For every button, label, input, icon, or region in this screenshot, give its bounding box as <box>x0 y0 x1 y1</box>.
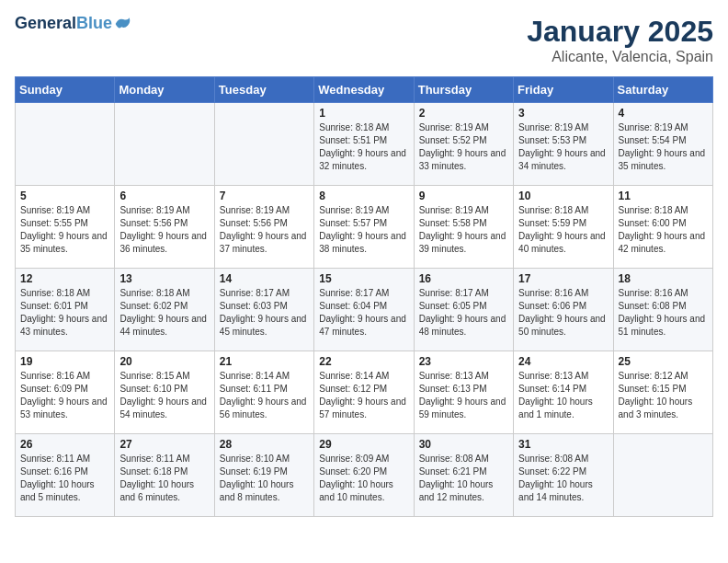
day-number: 23 <box>419 355 508 368</box>
calendar-cell: 18Sunrise: 8:16 AM Sunset: 6:08 PM Dayli… <box>613 269 712 351</box>
calendar-cell: 13Sunrise: 8:18 AM Sunset: 6:02 PM Dayli… <box>115 269 214 351</box>
day-number: 31 <box>518 438 608 451</box>
day-info: Sunrise: 8:19 AM Sunset: 5:57 PM Dayligh… <box>319 204 408 256</box>
day-number: 3 <box>518 107 608 120</box>
weekday-header-cell: Tuesday <box>214 77 313 103</box>
calendar-cell: 31Sunrise: 8:08 AM Sunset: 6:22 PM Dayli… <box>514 434 613 517</box>
weekday-header-cell: Sunday <box>16 77 115 103</box>
day-number: 26 <box>20 438 109 451</box>
day-info: Sunrise: 8:16 AM Sunset: 6:08 PM Dayligh… <box>619 287 708 339</box>
day-number: 1 <box>319 107 408 120</box>
day-info: Sunrise: 8:11 AM Sunset: 6:16 PM Dayligh… <box>20 453 109 504</box>
calendar-cell: 29Sunrise: 8:09 AM Sunset: 6:20 PM Dayli… <box>314 434 414 517</box>
calendar-cell: 3Sunrise: 8:19 AM Sunset: 5:53 PM Daylig… <box>514 103 613 186</box>
calendar-week-row: 26Sunrise: 8:11 AM Sunset: 6:16 PM Dayli… <box>16 434 713 517</box>
day-number: 16 <box>419 272 508 285</box>
calendar-cell: 12Sunrise: 8:18 AM Sunset: 6:01 PM Dayli… <box>16 269 115 351</box>
calendar-cell: 24Sunrise: 8:13 AM Sunset: 6:14 PM Dayli… <box>514 351 613 434</box>
day-number: 22 <box>319 355 408 368</box>
day-info: Sunrise: 8:19 AM Sunset: 5:58 PM Dayligh… <box>419 204 508 256</box>
weekday-header-cell: Monday <box>115 77 214 103</box>
title-block: January 2025 Alicante, Valencia, Spain <box>527 15 713 65</box>
calendar-cell: 28Sunrise: 8:10 AM Sunset: 6:19 PM Dayli… <box>214 434 313 517</box>
day-info: Sunrise: 8:16 AM Sunset: 6:06 PM Dayligh… <box>518 287 608 339</box>
calendar-cell: 1Sunrise: 8:18 AM Sunset: 5:51 PM Daylig… <box>314 103 414 186</box>
day-info: Sunrise: 8:19 AM Sunset: 5:55 PM Dayligh… <box>20 204 109 256</box>
calendar-cell: 23Sunrise: 8:13 AM Sunset: 6:13 PM Dayli… <box>414 351 513 434</box>
calendar-cell: 11Sunrise: 8:18 AM Sunset: 6:00 PM Dayli… <box>613 186 712 269</box>
calendar-cell: 4Sunrise: 8:19 AM Sunset: 5:54 PM Daylig… <box>613 103 712 186</box>
day-number: 14 <box>220 272 309 285</box>
day-number: 11 <box>619 190 708 202</box>
day-number: 25 <box>619 355 708 368</box>
day-number: 9 <box>419 190 508 202</box>
day-number: 12 <box>20 272 109 285</box>
day-number: 5 <box>20 190 109 202</box>
calendar-cell: 7Sunrise: 8:19 AM Sunset: 5:56 PM Daylig… <box>214 186 313 269</box>
month-title: January 2025 <box>527 15 713 49</box>
day-info: Sunrise: 8:19 AM Sunset: 5:56 PM Dayligh… <box>119 204 209 256</box>
calendar-cell: 2Sunrise: 8:19 AM Sunset: 5:52 PM Daylig… <box>414 103 513 186</box>
day-info: Sunrise: 8:19 AM Sunset: 5:53 PM Dayligh… <box>518 121 608 173</box>
calendar-cell: 27Sunrise: 8:11 AM Sunset: 6:18 PM Dayli… <box>115 434 214 517</box>
day-info: Sunrise: 8:17 AM Sunset: 6:04 PM Dayligh… <box>319 287 408 339</box>
calendar-cell: 26Sunrise: 8:11 AM Sunset: 6:16 PM Dayli… <box>16 434 115 517</box>
calendar-week-row: 19Sunrise: 8:16 AM Sunset: 6:09 PM Dayli… <box>16 351 713 434</box>
day-info: Sunrise: 8:08 AM Sunset: 6:22 PM Dayligh… <box>518 453 608 504</box>
day-number: 29 <box>319 438 408 451</box>
calendar-table: SundayMondayTuesdayWednesdayThursdayFrid… <box>15 76 713 517</box>
day-number: 7 <box>220 190 309 202</box>
day-info: Sunrise: 8:13 AM Sunset: 6:14 PM Dayligh… <box>518 370 608 421</box>
day-number: 4 <box>619 107 708 120</box>
calendar-cell: 5Sunrise: 8:19 AM Sunset: 5:55 PM Daylig… <box>16 186 115 269</box>
calendar-week-row: 12Sunrise: 8:18 AM Sunset: 6:01 PM Dayli… <box>16 269 713 351</box>
calendar-cell: 17Sunrise: 8:16 AM Sunset: 6:06 PM Dayli… <box>514 269 613 351</box>
weekday-header-cell: Friday <box>514 77 613 103</box>
day-info: Sunrise: 8:08 AM Sunset: 6:21 PM Dayligh… <box>419 453 508 504</box>
weekday-header-cell: Thursday <box>414 77 513 103</box>
day-number: 13 <box>119 272 209 285</box>
calendar-cell: 15Sunrise: 8:17 AM Sunset: 6:04 PM Dayli… <box>314 269 414 351</box>
day-info: Sunrise: 8:09 AM Sunset: 6:20 PM Dayligh… <box>319 453 408 504</box>
day-number: 8 <box>319 190 408 202</box>
calendar-cell: 21Sunrise: 8:14 AM Sunset: 6:11 PM Dayli… <box>214 351 313 434</box>
calendar-body: 1Sunrise: 8:18 AM Sunset: 5:51 PM Daylig… <box>16 103 713 517</box>
page-header: GeneralBlue January 2025 Alicante, Valen… <box>15 15 713 65</box>
day-number: 18 <box>619 272 708 285</box>
day-number: 2 <box>419 107 508 120</box>
weekday-header-cell: Saturday <box>613 77 712 103</box>
day-info: Sunrise: 8:19 AM Sunset: 5:54 PM Dayligh… <box>619 121 708 173</box>
day-info: Sunrise: 8:18 AM Sunset: 6:02 PM Dayligh… <box>119 287 209 339</box>
calendar-cell: 8Sunrise: 8:19 AM Sunset: 5:57 PM Daylig… <box>314 186 414 269</box>
calendar-cell: 25Sunrise: 8:12 AM Sunset: 6:15 PM Dayli… <box>613 351 712 434</box>
weekday-header-cell: Wednesday <box>314 77 414 103</box>
calendar-cell: 10Sunrise: 8:18 AM Sunset: 5:59 PM Dayli… <box>514 186 613 269</box>
day-info: Sunrise: 8:14 AM Sunset: 6:12 PM Dayligh… <box>319 370 408 421</box>
day-info: Sunrise: 8:17 AM Sunset: 6:05 PM Dayligh… <box>419 287 508 339</box>
calendar-cell: 30Sunrise: 8:08 AM Sunset: 6:21 PM Dayli… <box>414 434 513 517</box>
calendar-cell <box>214 103 313 186</box>
day-number: 28 <box>220 438 309 451</box>
day-number: 20 <box>119 355 209 368</box>
calendar-cell: 20Sunrise: 8:15 AM Sunset: 6:10 PM Dayli… <box>115 351 214 434</box>
calendar-cell: 22Sunrise: 8:14 AM Sunset: 6:12 PM Dayli… <box>314 351 414 434</box>
day-info: Sunrise: 8:18 AM Sunset: 6:01 PM Dayligh… <box>20 287 109 339</box>
location: Alicante, Valencia, Spain <box>527 49 713 65</box>
calendar-cell: 19Sunrise: 8:16 AM Sunset: 6:09 PM Dayli… <box>16 351 115 434</box>
calendar-week-row: 1Sunrise: 8:18 AM Sunset: 5:51 PM Daylig… <box>16 103 713 186</box>
day-info: Sunrise: 8:13 AM Sunset: 6:13 PM Dayligh… <box>419 370 508 421</box>
day-number: 19 <box>20 355 109 368</box>
day-number: 30 <box>419 438 508 451</box>
day-number: 17 <box>518 272 608 285</box>
weekday-header-row: SundayMondayTuesdayWednesdayThursdayFrid… <box>16 77 713 103</box>
day-number: 15 <box>319 272 408 285</box>
calendar-cell: 6Sunrise: 8:19 AM Sunset: 5:56 PM Daylig… <box>115 186 214 269</box>
calendar-cell <box>613 434 712 517</box>
day-info: Sunrise: 8:11 AM Sunset: 6:18 PM Dayligh… <box>119 453 209 504</box>
day-number: 21 <box>220 355 309 368</box>
day-info: Sunrise: 8:15 AM Sunset: 6:10 PM Dayligh… <box>119 370 209 421</box>
day-number: 10 <box>518 190 608 202</box>
day-info: Sunrise: 8:10 AM Sunset: 6:19 PM Dayligh… <box>220 453 309 504</box>
calendar-cell <box>16 103 115 186</box>
calendar-week-row: 5Sunrise: 8:19 AM Sunset: 5:55 PM Daylig… <box>16 186 713 269</box>
